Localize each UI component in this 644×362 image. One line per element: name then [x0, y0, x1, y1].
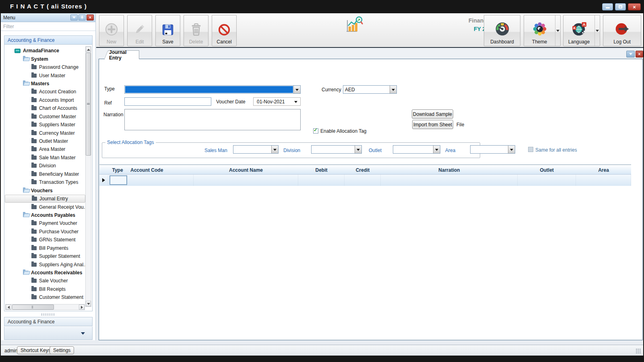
column-header-debit[interactable]: Debit — [298, 165, 345, 174]
tree-item-accounts-import[interactable]: Accounts Import — [5, 96, 85, 104]
tree-item-sale-voucher[interactable]: Sale Voucher — [5, 277, 85, 285]
grid-row[interactable] — [99, 175, 631, 186]
edit-button[interactable]: Edit — [127, 15, 152, 46]
tree-item-vouchers[interactable]: Vouchers — [5, 186, 85, 194]
tree-item-beneficiary-master[interactable]: Beneficiary Master — [5, 170, 85, 178]
filter-input[interactable] — [1, 22, 95, 31]
tree-item-bill-payments[interactable]: Bill Payments — [5, 244, 85, 252]
tree-item-grns-statement[interactable]: GRNs Statement — [5, 236, 85, 244]
tab-close-button[interactable]: × — [636, 51, 643, 58]
tree-item-currency-master[interactable]: Currency Master — [5, 129, 85, 137]
tree-item-suppliers-master[interactable]: Suppliers Master — [5, 121, 85, 129]
outlet-combobox[interactable] — [393, 145, 440, 154]
focused-cell[interactable] — [109, 175, 127, 185]
tree-item-journal-entry[interactable]: Journal Entry — [5, 195, 85, 203]
close-window-button[interactable]: × — [628, 3, 641, 10]
scroll-left-button[interactable] — [6, 304, 11, 310]
sidebar-overflow-dropdown[interactable] — [4, 327, 93, 340]
maximize-button[interactable] — [615, 3, 626, 10]
dropdown-button[interactable] — [355, 146, 361, 153]
currency-combobox[interactable]: AED — [343, 85, 397, 94]
language-button[interactable]: A A Language — [563, 15, 600, 46]
settings-button[interactable]: Settings — [50, 346, 74, 354]
sales-man-combobox[interactable] — [233, 145, 279, 154]
dashboard-button[interactable]: Dashboard — [484, 15, 520, 46]
import-from-sheet-button[interactable]: Import from Sheet — [412, 120, 453, 129]
column-header-account-name[interactable]: Account Name — [194, 165, 298, 174]
tree-item-suppliers-aging-anal[interactable]: Suppliers Aging Anal... — [5, 260, 85, 268]
tree-item-division[interactable]: Division — [5, 162, 85, 170]
tree-item-sale-man-master[interactable]: Sale Man Master — [5, 154, 85, 162]
cell-debit[interactable] — [298, 175, 345, 186]
sidebar-footer-item[interactable]: Accounting & Finance — [4, 317, 93, 326]
tree-item-outlet-master[interactable]: Outlet Master — [5, 137, 85, 145]
tree-vertical-scrollbar[interactable] — [85, 46, 91, 307]
menu-pin-button[interactable] — [78, 14, 86, 21]
scroll-down-button[interactable] — [86, 301, 91, 306]
tree-item-customer-statement[interactable]: Customer Statement — [5, 293, 85, 301]
tree-item-armadafinance[interactable]: ArmadaFinance — [5, 47, 85, 55]
theme-button[interactable]: Theme — [524, 15, 561, 46]
dropdown-button[interactable] — [508, 146, 515, 153]
tree-item-bill-receipts[interactable]: Bill Receipts — [5, 285, 85, 293]
area-combobox[interactable] — [470, 145, 515, 154]
tree-item-accounts-payables[interactable]: Accounts Payables — [5, 211, 85, 219]
tree-item-purchase-voucher[interactable]: Purchase Voucher — [5, 228, 85, 236]
scroll-up-button[interactable] — [86, 47, 91, 52]
tree-item-system[interactable]: System — [5, 55, 85, 63]
ref-input[interactable] — [124, 97, 211, 106]
column-header-credit[interactable]: Credit — [345, 165, 381, 174]
tree-item-account-creation[interactable]: Account Creation — [5, 88, 85, 96]
tree-item-payment-voucher[interactable]: Payment Voucher — [5, 219, 85, 227]
cell-credit[interactable] — [345, 175, 381, 186]
same-for-all-checkbox[interactable]: ✓ — [528, 147, 533, 152]
minimize-button[interactable] — [602, 3, 613, 10]
narration-input[interactable] — [124, 109, 301, 130]
tree-item-password-change[interactable]: Password Change — [5, 63, 85, 71]
menu-close-button[interactable]: × — [87, 14, 94, 21]
theme-dropdown-button[interactable] — [555, 15, 560, 46]
tree-item-user-master[interactable]: User Master — [5, 71, 85, 79]
tree-item-chart-of-accounts[interactable]: Chart of Accounts — [5, 104, 85, 112]
cell-account-name[interactable] — [194, 175, 298, 186]
menu-collapse-button[interactable] — [70, 14, 78, 21]
sidebar-splitter[interactable] — [41, 313, 55, 316]
scrollbar-thumb[interactable] — [86, 53, 91, 156]
column-header-outlet[interactable]: Outlet — [518, 165, 576, 174]
tree-item-supplier-statement[interactable]: Supplier Statement — [5, 252, 85, 260]
language-dropdown-button[interactable] — [594, 15, 600, 46]
save-button[interactable]: Save — [155, 15, 180, 46]
cell-narration[interactable] — [381, 175, 518, 186]
dropdown-button[interactable] — [390, 86, 396, 93]
voucher-date-picker[interactable]: 01-Nov-2021 — [253, 97, 301, 106]
logout-button[interactable]: Log Out — [603, 15, 641, 46]
new-button[interactable]: New — [99, 15, 124, 46]
dropdown-button[interactable] — [433, 146, 440, 153]
cancel-button[interactable]: Cancel — [212, 15, 237, 46]
cell-outlet[interactable] — [518, 175, 576, 186]
cell-area[interactable] — [576, 175, 631, 186]
shortcut-keys-button[interactable]: Shortcut Keys — [17, 346, 54, 354]
scroll-right-button[interactable] — [79, 304, 85, 310]
tree-item-general-receipt-vou[interactable]: General Receipt Vou... — [5, 203, 85, 211]
column-header-account-code[interactable]: Account Code — [127, 165, 194, 174]
column-header-type[interactable]: Type — [108, 165, 127, 174]
tree-item-transaction-types[interactable]: Transaction Types — [5, 178, 85, 186]
tab-list-button[interactable] — [626, 51, 635, 58]
sidebar-section-header[interactable]: Accounting & Finance — [4, 35, 93, 45]
tree-item-accounts-receivables[interactable]: Accounts Receivables — [5, 269, 85, 277]
tree-item-area-master[interactable]: Area Master — [5, 145, 85, 153]
column-header-narration[interactable]: Narration — [381, 165, 518, 174]
scrollbar-thumb[interactable] — [12, 304, 54, 310]
download-sample-button[interactable]: Download Sample — [412, 109, 453, 119]
dropdown-button[interactable] — [293, 86, 300, 93]
cell-account-code[interactable] — [127, 175, 194, 186]
division-combobox[interactable] — [311, 145, 362, 154]
tab-journal-entry[interactable]: Journal Entry — [109, 50, 139, 59]
type-combobox[interactable] — [124, 85, 301, 94]
tree-item-customer-master[interactable]: Customer Master — [5, 113, 85, 121]
resize-grip[interactable] — [636, 348, 641, 354]
delete-button[interactable]: Delete — [184, 15, 208, 46]
column-header-area[interactable]: Area — [576, 165, 631, 174]
enable-allocation-checkbox[interactable]: ✓ — [313, 128, 318, 134]
